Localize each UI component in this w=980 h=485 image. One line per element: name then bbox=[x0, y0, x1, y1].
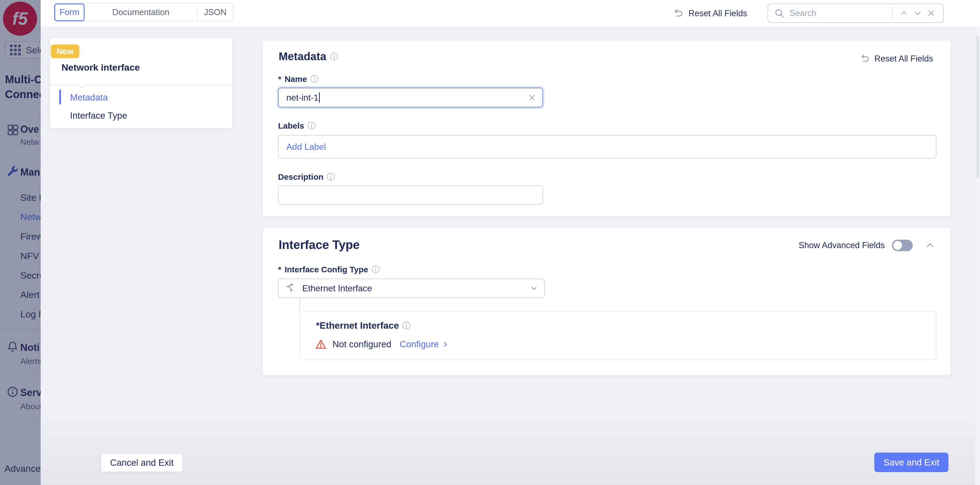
labels-container[interactable]: Add Label bbox=[278, 135, 936, 158]
search-box bbox=[768, 3, 944, 23]
labels-field-label: Labels ⓘ bbox=[278, 121, 316, 131]
name-field-label: * Name ⓘ bbox=[278, 75, 318, 84]
metadata-section-title: Metadata ⓘ bbox=[278, 50, 338, 63]
tab-json[interactable]: JSON bbox=[197, 3, 233, 21]
config-type-select[interactable]: Ethernet Interface bbox=[278, 279, 545, 298]
nesting-connector-line bbox=[299, 298, 300, 312]
form-nav-divider bbox=[50, 85, 232, 85]
undo-icon bbox=[860, 54, 870, 64]
tab-documentation[interactable]: Documentation bbox=[84, 3, 197, 21]
new-badge: New bbox=[51, 45, 80, 58]
configure-link[interactable]: Configure bbox=[400, 339, 449, 349]
info-icon: ⓘ bbox=[327, 173, 335, 181]
metadata-section: Metadata ⓘ Reset All Fields * Name ⓘ net… bbox=[262, 40, 951, 217]
view-tabs: Form Documentation JSON bbox=[54, 3, 233, 22]
form-nav-panel: New Network interface Metadata Interface… bbox=[50, 38, 232, 128]
search-prev-icon[interactable] bbox=[897, 7, 911, 19]
ethernet-interface-title: *Ethernet Interface ⓘ bbox=[316, 320, 410, 331]
description-input[interactable] bbox=[278, 185, 543, 205]
vertical-scrollbar[interactable] bbox=[975, 27, 980, 485]
info-icon: ⓘ bbox=[402, 322, 410, 330]
search-next-icon[interactable] bbox=[911, 7, 924, 19]
chevron-down-icon bbox=[530, 284, 538, 293]
object-type-title: Network interface bbox=[62, 62, 140, 73]
scrollbar-thumb[interactable] bbox=[976, 35, 979, 178]
sidebar: f5 Sele Multi-C Connec Ove Netw Man Site… bbox=[0, 0, 41, 485]
interface-type-section-title: Interface Type bbox=[278, 238, 360, 252]
interface-type-section: Interface Type Show Advanced Fields * In… bbox=[262, 228, 951, 375]
name-input[interactable]: net-int-1 bbox=[278, 88, 543, 107]
add-label-button[interactable]: Add Label bbox=[286, 142, 326, 152]
config-type-selected-value: Ethernet Interface bbox=[302, 283, 372, 294]
search-input[interactable] bbox=[789, 8, 888, 18]
description-field-label: Description ⓘ bbox=[278, 172, 335, 182]
search-clear-icon[interactable] bbox=[924, 8, 938, 19]
clear-name-icon[interactable] bbox=[528, 94, 536, 101]
show-advanced-fields-toggle[interactable] bbox=[892, 239, 913, 251]
nav-item-metadata[interactable]: Metadata bbox=[70, 93, 108, 103]
show-advanced-fields-label: Show Advanced Fields bbox=[799, 241, 885, 250]
active-section-indicator bbox=[59, 89, 61, 104]
undo-icon bbox=[673, 8, 684, 19]
warning-triangle-icon bbox=[315, 339, 326, 350]
advanced-fields-row: Show Advanced Fields bbox=[799, 239, 935, 251]
status-text: Not configured bbox=[332, 339, 391, 349]
tab-form[interactable]: Form bbox=[54, 3, 84, 21]
branch-icon bbox=[285, 282, 297, 294]
section-reset-label: Reset All Fields bbox=[874, 54, 933, 64]
search-icon bbox=[774, 8, 784, 18]
collapse-section-icon[interactable] bbox=[925, 241, 935, 250]
form-nav-notch bbox=[78, 81, 86, 88]
configuration-status-row: Not configured Configure bbox=[315, 339, 449, 350]
section-reset-all-fields-button[interactable]: Reset All Fields bbox=[860, 54, 933, 64]
reset-all-fields-label: Reset All Fields bbox=[689, 8, 747, 18]
reset-all-fields-button[interactable]: Reset All Fields bbox=[673, 0, 747, 27]
name-input-value: net-int-1 bbox=[286, 93, 318, 103]
config-type-field-label: * Interface Config Type ⓘ bbox=[278, 265, 380, 274]
nav-item-interface-type[interactable]: Interface Type bbox=[70, 110, 127, 121]
cancel-and-exit-button[interactable]: Cancel and Exit bbox=[101, 453, 183, 472]
topbar: Form Documentation JSON Reset All Fields bbox=[41, 0, 980, 27]
info-icon: ⓘ bbox=[371, 265, 380, 274]
ethernet-interface-card: *Ethernet Interface ⓘ Not configured Con… bbox=[300, 311, 936, 360]
save-and-exit-button[interactable]: Save and Exit bbox=[874, 453, 948, 472]
search-separator bbox=[892, 7, 893, 19]
sidebar-dim-overlay bbox=[0, 0, 41, 485]
info-icon: ⓘ bbox=[330, 53, 338, 61]
info-icon: ⓘ bbox=[310, 75, 318, 83]
text-cursor bbox=[319, 93, 320, 103]
toggle-knob bbox=[893, 241, 902, 250]
info-icon: ⓘ bbox=[307, 122, 316, 130]
